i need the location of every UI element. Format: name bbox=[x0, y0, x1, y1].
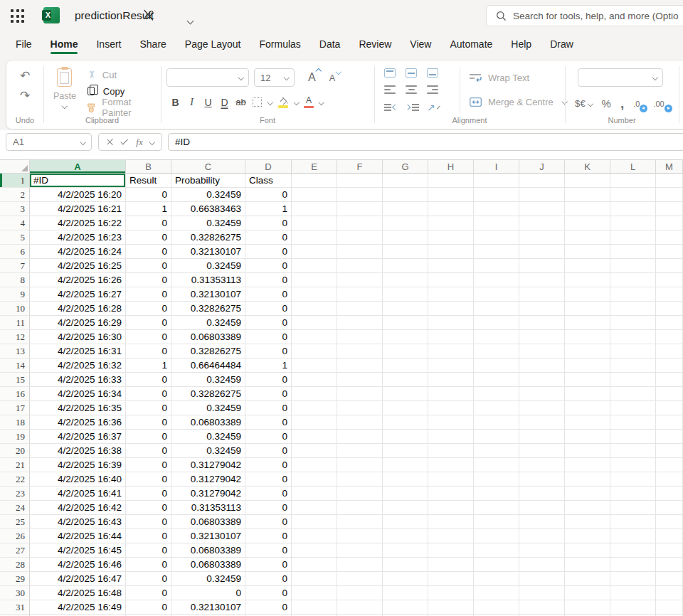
cell-H21[interactable] bbox=[428, 458, 474, 472]
cell-G13[interactable] bbox=[383, 344, 428, 359]
text-orientation-button[interactable]: ↗ bbox=[427, 102, 438, 113]
cell-K25[interactable] bbox=[565, 515, 610, 529]
font-color-button[interactable]: A bbox=[304, 96, 314, 108]
column-header-A[interactable]: A bbox=[30, 159, 126, 174]
row-number-16[interactable]: 16 bbox=[0, 387, 30, 401]
cell-E6[interactable] bbox=[292, 245, 337, 259]
menu-page-layout[interactable]: Page Layout bbox=[176, 31, 250, 57]
cell-B18[interactable]: 0 bbox=[126, 415, 171, 430]
cell-J13[interactable] bbox=[519, 344, 565, 359]
cell-D12[interactable]: 0 bbox=[245, 330, 292, 344]
cell-M23[interactable] bbox=[656, 487, 683, 501]
cell-G10[interactable] bbox=[383, 302, 428, 316]
cell-H13[interactable] bbox=[428, 344, 474, 359]
cell-F11[interactable] bbox=[337, 316, 383, 330]
cell-D13[interactable]: 0 bbox=[245, 344, 292, 359]
cell-A8[interactable]: 4/2/2025 16:26 bbox=[30, 273, 126, 287]
cell-E21[interactable] bbox=[292, 458, 337, 472]
strikethrough-button[interactable]: ab bbox=[235, 97, 246, 107]
cell-A11[interactable]: 4/2/2025 16:29 bbox=[30, 316, 126, 330]
cell-A16[interactable]: 4/2/2025 16:34 bbox=[30, 387, 126, 401]
row-number-27[interactable]: 27 bbox=[0, 543, 30, 558]
cell-C29[interactable]: 0.32459 bbox=[171, 572, 245, 586]
cell-C18[interactable]: 0.06803389 bbox=[171, 415, 245, 430]
cell-M18[interactable] bbox=[656, 415, 683, 430]
row-number-29[interactable]: 29 bbox=[0, 572, 30, 586]
decrease-font-size-button[interactable]: A bbox=[329, 71, 335, 84]
cell-A1[interactable]: #ID bbox=[30, 174, 126, 188]
cell-F20[interactable] bbox=[337, 444, 383, 458]
cell-D26[interactable]: 0 bbox=[245, 529, 292, 543]
cell-B27[interactable]: 0 bbox=[126, 543, 171, 558]
cell-L13[interactable] bbox=[610, 344, 656, 359]
cell-J28[interactable] bbox=[519, 558, 565, 572]
cell-C24[interactable]: 0.31353113 bbox=[171, 501, 245, 515]
cell-L16[interactable] bbox=[610, 387, 656, 401]
cell-A29[interactable]: 4/2/2025 16:47 bbox=[30, 572, 126, 586]
cell-B2[interactable]: 0 bbox=[126, 188, 171, 202]
cell-F10[interactable] bbox=[337, 302, 383, 316]
cell-C15[interactable]: 0.32459 bbox=[171, 373, 245, 387]
cell-E29[interactable] bbox=[292, 572, 337, 586]
cell-I17[interactable] bbox=[474, 401, 519, 415]
row-number-13[interactable]: 13 bbox=[0, 344, 30, 359]
cell-M31[interactable] bbox=[656, 600, 683, 615]
column-header-D[interactable]: D bbox=[245, 159, 292, 174]
cell-A6[interactable]: 4/2/2025 16:24 bbox=[30, 245, 126, 259]
cell-H19[interactable] bbox=[428, 430, 474, 444]
cell-H23[interactable] bbox=[428, 487, 474, 501]
cell-L18[interactable] bbox=[610, 415, 656, 430]
cell-D21[interactable]: 0 bbox=[245, 458, 292, 472]
cell-M3[interactable] bbox=[656, 202, 683, 216]
cell-H11[interactable] bbox=[428, 316, 474, 330]
cell-J20[interactable] bbox=[519, 444, 565, 458]
fill-color-chevron-icon[interactable] bbox=[293, 100, 299, 105]
cell-D3[interactable]: 1 bbox=[245, 202, 292, 216]
cell-F21[interactable] bbox=[337, 458, 383, 472]
cell-H26[interactable] bbox=[428, 529, 474, 543]
cell-E12[interactable] bbox=[292, 330, 337, 344]
cell-J25[interactable] bbox=[519, 515, 565, 529]
row-number-15[interactable]: 15 bbox=[0, 373, 30, 387]
cell-G26[interactable] bbox=[383, 529, 428, 543]
row-number-9[interactable]: 9 bbox=[0, 287, 30, 302]
cell-A18[interactable]: 4/2/2025 16:36 bbox=[30, 415, 126, 430]
cell-I25[interactable] bbox=[474, 515, 519, 529]
cell-M7[interactable] bbox=[656, 259, 683, 273]
cell-G12[interactable] bbox=[383, 330, 428, 344]
italic-button[interactable]: I bbox=[186, 97, 197, 108]
cell-D5[interactable]: 0 bbox=[245, 230, 292, 245]
fill-color-button[interactable] bbox=[278, 97, 289, 108]
cell-I23[interactable] bbox=[474, 487, 519, 501]
bold-button[interactable]: B bbox=[170, 97, 181, 108]
cell-I5[interactable] bbox=[474, 230, 519, 245]
row-number-24[interactable]: 24 bbox=[0, 501, 30, 515]
cell-H17[interactable] bbox=[428, 401, 474, 415]
cell-C6[interactable]: 0.32130107 bbox=[171, 245, 245, 259]
cell-A20[interactable]: 4/2/2025 16:38 bbox=[30, 444, 126, 458]
name-box[interactable]: A1 bbox=[6, 133, 92, 151]
cell-L12[interactable] bbox=[610, 330, 656, 344]
cell-J2[interactable] bbox=[519, 188, 565, 202]
cell-I2[interactable] bbox=[474, 188, 519, 202]
cell-I24[interactable] bbox=[474, 501, 519, 515]
cell-D16[interactable]: 0 bbox=[245, 387, 292, 401]
cell-L2[interactable] bbox=[610, 188, 656, 202]
cell-F27[interactable] bbox=[337, 543, 383, 558]
cell-H24[interactable] bbox=[428, 501, 474, 515]
column-header-F[interactable]: F bbox=[337, 159, 383, 174]
column-header-E[interactable]: E bbox=[292, 159, 337, 174]
cell-A5[interactable]: 4/2/2025 16:23 bbox=[30, 230, 126, 245]
increase-font-size-button[interactable]: A bbox=[308, 71, 316, 84]
cell-D8[interactable]: 0 bbox=[245, 273, 292, 287]
cell-K20[interactable] bbox=[565, 444, 610, 458]
cell-M30[interactable] bbox=[656, 586, 683, 600]
cell-L22[interactable] bbox=[610, 472, 656, 487]
cell-M10[interactable] bbox=[656, 302, 683, 316]
cell-G19[interactable] bbox=[383, 430, 428, 444]
row-number-30[interactable]: 30 bbox=[0, 586, 30, 600]
cell-D7[interactable]: 0 bbox=[245, 259, 292, 273]
row-number-14[interactable]: 14 bbox=[0, 359, 30, 373]
cell-D17[interactable]: 0 bbox=[245, 401, 292, 415]
cell-D2[interactable]: 0 bbox=[245, 188, 292, 202]
